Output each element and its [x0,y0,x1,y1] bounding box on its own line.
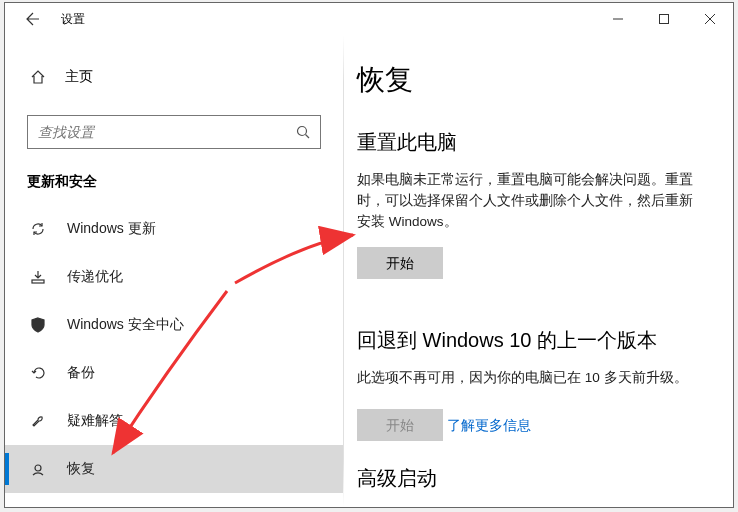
svg-rect-2 [32,280,44,283]
rollback-description: 此选项不再可用，因为你的电脑已在 10 多天前升级。 [357,368,699,389]
rollback-start-button: 开始 [357,409,443,441]
search-box[interactable] [27,115,321,149]
close-button[interactable] [687,3,733,35]
window-body: 主页 更新和安全 Windows 更新 [5,35,733,507]
sidebar: 主页 更新和安全 Windows 更新 [5,35,343,507]
sidebar-item-label: Windows 安全中心 [67,316,184,334]
delivery-icon [29,269,47,285]
sidebar-item-recovery[interactable]: 恢复 [5,445,343,493]
home-icon [29,69,47,85]
titlebar: 设置 [5,3,733,35]
svg-rect-0 [660,15,669,24]
window-title: 设置 [61,11,85,28]
sidebar-item-label: 疑难解答 [67,412,123,430]
search-container [27,115,321,149]
close-icon [705,14,715,24]
sync-icon [29,221,47,237]
back-button[interactable] [13,3,49,35]
home-label: 主页 [65,68,93,86]
titlebar-left: 设置 [13,3,85,35]
recovery-icon [29,461,47,477]
maximize-icon [659,14,669,24]
minimize-button[interactable] [595,3,641,35]
maximize-button[interactable] [641,3,687,35]
sidebar-item-backup[interactable]: 备份 [5,349,343,397]
svg-point-1 [298,127,307,136]
reset-heading: 重置此电脑 [357,129,699,156]
sidebar-section-label: 更新和安全 [27,173,343,191]
learn-more-link[interactable]: 了解更多信息 [447,417,531,435]
sidebar-nav: Windows 更新 传递优化 Windows 安全中心 [5,205,343,493]
sidebar-item-delivery-optimization[interactable]: 传递优化 [5,253,343,301]
search-input[interactable] [38,124,296,140]
settings-window: 设置 主页 [4,2,734,508]
sidebar-item-label: 恢复 [67,460,95,478]
sidebar-item-windows-update[interactable]: Windows 更新 [5,205,343,253]
sidebar-item-windows-security[interactable]: Windows 安全中心 [5,301,343,349]
window-controls [595,3,733,35]
sidebar-item-label: 传递优化 [67,268,123,286]
rollback-heading: 回退到 Windows 10 的上一个版本 [357,327,699,354]
page-title: 恢复 [357,61,699,99]
reset-start-button[interactable]: 开始 [357,247,443,279]
sidebar-item-label: 备份 [67,364,95,382]
home-link[interactable]: 主页 [5,57,343,97]
search-icon [296,125,310,139]
wrench-icon [29,413,47,429]
svg-point-3 [35,465,41,471]
reset-description: 如果电脑未正常运行，重置电脑可能会解决问题。重置时，可以选择保留个人文件或删除个… [357,170,699,233]
shield-icon [29,317,47,333]
minimize-icon [613,14,623,24]
content-pane: 恢复 重置此电脑 如果电脑未正常运行，重置电脑可能会解决问题。重置时，可以选择保… [343,35,733,507]
backup-icon [29,365,47,381]
sidebar-item-troubleshoot[interactable]: 疑难解答 [5,397,343,445]
advanced-startup-heading: 高级启动 [357,465,699,492]
arrow-left-icon [23,11,39,27]
sidebar-item-label: Windows 更新 [67,220,156,238]
content-divider [343,35,344,507]
